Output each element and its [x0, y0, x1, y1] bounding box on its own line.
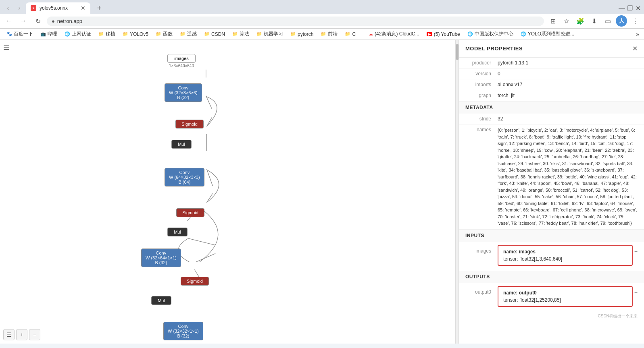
bookmark-folder-csdn[interactable]: 📁 CSDN	[201, 30, 228, 38]
bookmark-favicon-bilibili: 📺	[40, 31, 46, 37]
back-nav-btn[interactable]: ←	[3, 15, 15, 27]
bookmark-label: 上网认证	[72, 31, 91, 37]
imports-label: imports	[465, 82, 498, 87]
folder-icon: 📁	[256, 31, 262, 37]
node-type-label: Conv	[169, 170, 200, 175]
outputs-section: output0 name: output0 tensor: float32[1,…	[459, 283, 644, 312]
node-bias-label: B (32)	[168, 334, 199, 338]
svg-line-4	[207, 169, 213, 186]
input-collapse-icon[interactable]: −	[633, 245, 638, 255]
zoom-in-btn[interactable]: +	[16, 329, 27, 340]
bookmark-baiduyixia[interactable]: 🐾 百度一下	[3, 29, 36, 39]
node-sigmoid3[interactable]: Sigmoid	[181, 277, 209, 286]
node-sigmoid2[interactable]: Sigmoid	[176, 208, 204, 217]
close-button[interactable]: ✕	[635, 5, 641, 11]
folder-icon: 📁	[98, 31, 104, 37]
folder-icon: 📁	[156, 31, 161, 37]
minimize-button[interactable]: —	[619, 5, 625, 11]
node-type-label: Conv	[169, 85, 198, 90]
bookmark-folder-suanfa[interactable]: 📁 算法	[229, 29, 252, 39]
bookmark-folder-yizhi[interactable]: 📁 移植	[95, 29, 119, 39]
bookmark-cloudc[interactable]: ☁ (42条消息) CloudC...	[365, 29, 423, 39]
output-box[interactable]: name: output0 tensor: float32[1,25200,85…	[498, 286, 633, 307]
extensions-icon[interactable]: 🧩	[575, 15, 586, 27]
sidebar-toggle-icon[interactable]: ☰	[3, 43, 10, 52]
close-panel-btn[interactable]: ✕	[632, 45, 638, 52]
bookmark-folder-yolov5[interactable]: 📁 YOLOv5	[119, 30, 152, 38]
node-mul1[interactable]: Mul	[171, 140, 192, 149]
node-type-label: Sigmoid	[181, 122, 198, 126]
bookmark-copyright[interactable]: 🌐 中国版权保护中心	[464, 29, 517, 39]
graph-label: graph	[465, 93, 498, 98]
bookmark-favicon-youtube: ▶	[427, 32, 432, 36]
version-value: 0	[498, 71, 638, 77]
profile-avatar[interactable]: 人	[616, 15, 627, 27]
output-name: name: output0	[503, 290, 627, 296]
zoom-out-btn[interactable]: −	[29, 329, 40, 340]
new-tab-btn[interactable]: +	[94, 2, 105, 14]
reload-btn[interactable]: ↻	[32, 15, 44, 27]
more-bookmarks-btn[interactable]: »	[634, 30, 641, 39]
sidebar-panel-icon[interactable]: ▭	[602, 15, 613, 27]
maximize-button[interactable]: ❐	[627, 5, 633, 11]
back-btn[interactable]: ‹	[3, 3, 13, 13]
translate-icon[interactable]: ⊞	[547, 15, 559, 27]
bookmark-auth[interactable]: 🌐 上网认证	[61, 29, 94, 39]
node-sublabel: 1×3×640×640	[169, 64, 194, 68]
download-icon[interactable]: ⬇	[588, 15, 600, 27]
bookmark-favicon-cloudc: ☁	[369, 31, 373, 37]
svg-line-5	[207, 193, 213, 203]
svg-line-2	[207, 117, 212, 126]
node-type-label: Conv	[146, 251, 177, 255]
bookmark-folder-jiqixuexi[interactable]: 📁 机器学习	[253, 29, 286, 39]
node-conv2[interactable]: Conv W (64×32×3×3) B (64)	[165, 168, 204, 186]
browser-tab[interactable]: Y yolov5s.onnx ✕	[26, 2, 90, 14]
node-conv4[interactable]: Conv W (32×32×1×1) B (32)	[163, 322, 203, 340]
bookmark-youtube[interactable]: ▶ (5) YouTube	[423, 30, 463, 38]
node-sigmoid1[interactable]: Sigmoid	[175, 120, 204, 128]
panel-title: MODEL PROPERTIES	[465, 46, 523, 52]
node-mul2[interactable]: Mul	[167, 228, 188, 236]
node-bias-label: B (64)	[169, 180, 200, 184]
svg-line-8	[196, 253, 216, 262]
menu-btn[interactable]: ⋮	[629, 15, 641, 27]
node-type-label: Mul	[178, 142, 185, 147]
bookmark-star-icon[interactable]: ☆	[561, 15, 572, 27]
bookmark-label: 机器学习	[264, 31, 283, 37]
node-type-label: Conv	[168, 324, 199, 329]
metadata-header: METADATA	[459, 102, 644, 114]
forward-btn[interactable]: ›	[15, 3, 24, 13]
bookmark-label: 函数	[163, 31, 173, 37]
watermark: CSDN@编出一个未来	[459, 312, 644, 321]
output-tensor: tensor: float32[1,25200,85]	[503, 297, 627, 303]
node-mul3[interactable]: Mul	[151, 296, 171, 305]
folder-icon: 📁	[204, 31, 210, 37]
input-box[interactable]: name: images tensor: float32[1,3,640,640…	[498, 245, 633, 266]
bookmark-folder-yaogan[interactable]: 📁 遥感	[177, 29, 200, 39]
address-text: netron.app	[57, 18, 539, 24]
version-label: version	[465, 71, 498, 77]
bookmark-favicon-copyright: 🌐	[467, 31, 473, 37]
bookmark-yolo-improve[interactable]: 🌐 YOLO系列模型改进...	[517, 29, 577, 39]
graph-value: torch_jit	[498, 93, 638, 98]
stride-value: 32	[498, 116, 638, 122]
bookmark-label: 百度一下	[14, 31, 33, 37]
tab-close-icon[interactable]: ✕	[81, 5, 85, 11]
node-weight-label: W (32×3×6×6)	[169, 90, 198, 95]
bookmark-folder-qianduan[interactable]: 📁 前端	[317, 29, 341, 39]
bookmark-label: 前端	[328, 31, 338, 37]
node-conv1[interactable]: Conv W (32×3×6×6) B (32)	[165, 83, 202, 102]
address-bar[interactable]: ● netron.app	[47, 17, 544, 26]
node-type-label: Sigmoid	[187, 279, 203, 284]
output-collapse-icon[interactable]: −	[633, 286, 638, 296]
bookmark-folder-cpp[interactable]: 📁 C++	[342, 30, 365, 38]
forward-nav-btn[interactable]: →	[18, 15, 29, 27]
bookmark-folder-hanshu[interactable]: 📁 函数	[152, 29, 176, 39]
node-conv3[interactable]: Conv W (32×64×1×1) B (32)	[141, 249, 181, 267]
menu-toolbar-btn[interactable]: ☰	[3, 329, 15, 340]
node-images[interactable]: images 1×3×640×640	[167, 54, 196, 68]
bookmark-bilibili[interactable]: 📺 哔哩	[37, 29, 60, 39]
names-value: {0: 'person', 1: 'bicycle', 2: 'car', 3:…	[498, 127, 638, 227]
names-label: names	[465, 127, 498, 227]
bookmark-folder-pytorch[interactable]: 📁 pytorch	[287, 30, 317, 38]
